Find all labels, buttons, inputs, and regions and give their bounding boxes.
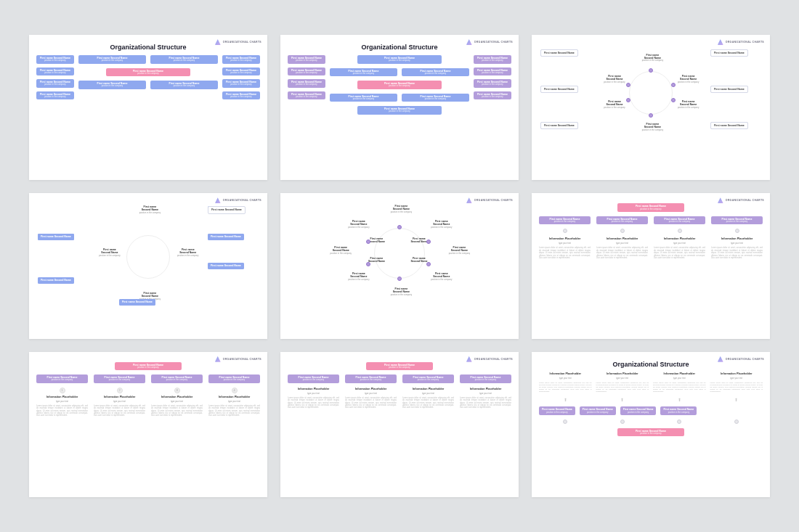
slide-2[interactable]: ORGANIZATIONAL CHARTS Organizational Str… <box>280 35 519 180</box>
org-node: First name Second Nameposition in the co… <box>596 216 648 225</box>
circle-icon <box>620 229 625 233</box>
org-node: First name Second Name <box>119 299 155 305</box>
slide-5[interactable]: ORGANIZATIONAL CHARTS First nameSecond N… <box>280 193 519 338</box>
org-tree: First name Second Nameposition in the co… <box>36 55 260 99</box>
org-node: First name Second Name <box>710 49 748 57</box>
org-node: First name Second Nameposition in the co… <box>78 81 146 89</box>
radial-node: First nameSecond Nameposition in the com… <box>642 54 663 62</box>
org-node: First name Second Nameposition in the co… <box>620 406 657 415</box>
info-block: Information Placeholdertype your textLor… <box>653 372 706 393</box>
org-node: First name Second Nameposition in the co… <box>474 79 511 88</box>
org-node: First name Second Nameposition in the co… <box>78 55 146 64</box>
info-text: Lorem ipsum dolor sit amet, consectetur … <box>596 382 649 393</box>
circle-icon <box>735 229 739 233</box>
slide-7[interactable]: ORGANIZATIONAL CHARTS First name Second … <box>29 352 267 497</box>
right-col: First name Second Nameposition in the co… <box>222 55 260 99</box>
radial-node: First nameSecond Nameposition in the com… <box>604 101 625 109</box>
dot-icon <box>671 98 676 102</box>
info-heading: Information Placeholder <box>664 372 695 375</box>
info-row: 1Information Placeholdertype your textLo… <box>36 388 260 417</box>
info-block: Information Placeholdertype your textLor… <box>596 372 649 393</box>
org-node: First name Second Name <box>38 277 74 283</box>
radial-node: First nameSecond Nameposition in the com… <box>139 206 161 214</box>
info-heading: Information Placeholder <box>470 388 501 390</box>
radial-node: First nameSecond Nameposition in the com… <box>678 101 699 109</box>
radial-chart: First nameSecond Nameposition in the com… <box>36 206 260 308</box>
arrow-up-icon: ⬆ <box>620 397 624 402</box>
wheel-node: First nameSecond Nameposition in the com… <box>391 205 412 213</box>
radial-node: First nameSecond Nameposition in the com… <box>642 123 663 131</box>
brand-icon <box>718 356 723 362</box>
arrow-up-icon: ⬆ <box>564 397 567 402</box>
org-node: First name Second Nameposition in the co… <box>357 55 441 64</box>
info-heading: Information Placeholder <box>413 388 444 390</box>
dot-icon <box>626 98 630 102</box>
info-heading: Information Placeholder <box>355 388 386 390</box>
brand: ORGANIZATIONAL CHARTS <box>466 356 513 362</box>
org-node: First name Second Nameposition in the co… <box>151 375 203 383</box>
radial-chart: First nameSecond Nameposition in the com… <box>539 42 763 144</box>
circle-icon <box>734 420 739 424</box>
info-block: Information Placeholdertype your textLor… <box>710 372 763 393</box>
ring <box>126 235 170 279</box>
org-node: First name Second Nameposition in the co… <box>288 67 325 76</box>
info-block: 3Information Placeholdertype your textLo… <box>151 388 203 417</box>
info-text: Lorem ipsum dolor sit amet, consectetur … <box>151 405 203 417</box>
brand: ORGANIZATIONAL CHARTS <box>215 197 261 203</box>
info-heading: Information Placeholder <box>607 372 638 375</box>
info-row: Information Placeholdertype your textLor… <box>539 237 763 259</box>
org-node: First name Second Nameposition in the co… <box>474 91 511 100</box>
info-block: Information Placeholdertype your textLor… <box>288 388 339 409</box>
wheel-node: First nameSecond Name <box>368 238 385 244</box>
brand-icon <box>215 197 221 203</box>
org-node: First name Second Name <box>38 234 74 240</box>
org-tree: First name Second Nameposition in the co… <box>288 55 511 115</box>
org-node: First name Second Nameposition in the co… <box>222 55 260 64</box>
org-node: First name Second Nameposition in the co… <box>36 375 88 383</box>
slide-4[interactable]: ORGANIZATIONAL CHARTS First nameSecond N… <box>29 193 267 338</box>
brand-icon <box>466 39 472 45</box>
org-node: First name Second Nameposition in the co… <box>580 406 616 415</box>
dot-icon <box>649 113 653 118</box>
brand: ORGANIZATIONAL CHARTS <box>466 39 513 45</box>
mid-col: First name Second Nameposition in the co… <box>330 55 469 115</box>
org-node: First name Second Nameposition in the co… <box>222 67 260 76</box>
slide-1[interactable]: ORGANIZATIONAL CHARTS Organizational Str… <box>29 35 267 180</box>
org-node: First name Second Nameposition in the co… <box>94 375 145 383</box>
radial-node: First nameSecond Nameposition in the com… <box>604 75 625 83</box>
hier-row: First name Second Nameposition in the co… <box>539 216 763 225</box>
org-node: First name Second Name <box>208 263 244 269</box>
brand: ORGANIZATIONAL CHARTS <box>718 356 764 362</box>
org-node: First name Second Nameposition in the co… <box>36 55 74 64</box>
info-block: 4Information Placeholdertype your textLo… <box>208 388 260 417</box>
org-node: First name Second Nameposition in the co… <box>402 94 469 102</box>
org-node: First name Second Nameposition in the co… <box>330 94 397 102</box>
info-heading: Information Placeholder <box>550 372 581 375</box>
brand-text: ORGANIZATIONAL CHARTS <box>474 41 513 44</box>
wheel-node: First nameSecond Nameposition in the com… <box>431 273 452 281</box>
info-heading: Information Placeholder <box>219 396 250 398</box>
org-node: First name Second Name <box>540 49 578 57</box>
org-node: First name Second Name <box>710 122 748 129</box>
org-node: First name Second Nameposition in the co… <box>402 375 454 383</box>
org-node-root: First name Second Nameposition in the co… <box>357 81 441 89</box>
slide-9[interactable]: ORGANIZATIONAL CHARTS Organizational Str… <box>532 352 770 497</box>
info-text: Lorem ipsum dolor sit amet, consectetur … <box>345 397 397 409</box>
info-block: Information Placeholdertype your textLor… <box>402 388 454 409</box>
brand-icon <box>215 39 221 45</box>
dot-icon <box>671 83 676 87</box>
info-block: Information Placeholdertype your textLor… <box>460 388 511 409</box>
info-row: Information Placeholdertype your textLor… <box>539 372 763 393</box>
node-row: First name Second Nameposition in the co… <box>539 406 763 415</box>
circle-icon <box>678 229 682 233</box>
hierarchy: First name Second Nameposition in the co… <box>36 362 260 417</box>
dot-icon <box>426 262 431 266</box>
wheel-chart: First nameSecond Nameposition in the com… <box>288 199 511 308</box>
info-heading: Information Placeholder <box>161 396 192 398</box>
arrow-row: ⬆ ⬆ ⬆ ⬆ <box>539 397 763 402</box>
slide-3[interactable]: ORGANIZATIONAL CHARTS First nameSecond N… <box>532 35 770 180</box>
slide-8[interactable]: ORGANIZATIONAL CHARTS First name Second … <box>280 352 519 497</box>
number-circle-icon: 3 <box>174 388 180 393</box>
slide-6[interactable]: ORGANIZATIONAL CHARTS First name Second … <box>532 193 770 338</box>
number-circle-icon: 4 <box>232 388 238 393</box>
